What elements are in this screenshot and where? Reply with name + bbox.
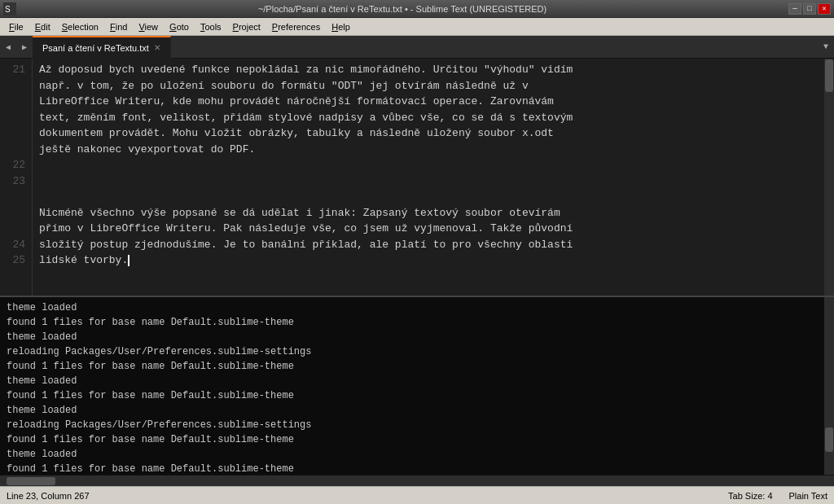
line-number [7,189,25,205]
console-scrollbar[interactable] [824,297,834,475]
tab-item[interactable]: Psaní a čtení v ReTextu.txt ✕ [33,36,171,59]
code-line: dokumentem provádět. Mohu vložit obrázky… [39,125,818,142]
tab-label: Psaní a čtení v ReTextu.txt [42,43,149,53]
line-number [7,94,25,110]
line-number: 25 [7,252,25,269]
menu-help[interactable]: Help [326,20,356,33]
horizontal-scrollbar[interactable] [0,475,834,486]
console-scrollbar-thumb[interactable] [825,427,833,452]
code-line: složitý postup zjednodušíme. Je to banál… [39,237,818,253]
menu-edit[interactable]: Edit [29,20,56,33]
menu-view[interactable]: View [133,20,164,33]
code-line: ještě nakonec vyexportovat do PDF. [39,142,818,158]
line-number: 23 [7,173,25,190]
line-number: 24 [7,237,25,253]
code-line: přímo v LibreOffice Writeru. Pak následu… [39,221,818,237]
menu-bar: File Edit Selection Find View Goto Tools… [0,18,834,36]
editor-main: 21 22 23 24 25 Až doposud bych uvedené f… [0,59,834,486]
horiz-scrollbar-thumb[interactable] [7,477,55,485]
line-number: 22 [7,157,25,173]
line-number [7,125,25,142]
code-line [39,173,818,190]
title-bar: S ~/Plocha/Psaní a čtení v ReTextu.txt •… [0,0,834,18]
line-number [7,110,25,126]
menu-preferences[interactable]: Preferences [266,20,326,33]
code-line: Až doposud bych uvedené funkce nepokláda… [39,62,818,78]
line-numbers: 21 22 23 24 25 [0,59,33,296]
code-line: text, změním font, velikost, přidám styl… [39,110,818,126]
vertical-scrollbar[interactable] [824,59,834,296]
minimize-button[interactable]: — [788,3,801,15]
menu-find[interactable]: Find [104,20,133,33]
scrollbar-thumb[interactable] [825,59,833,92]
menu-selection[interactable]: Selection [56,20,104,33]
tab-bar: ◀ ▶ Psaní a čtení v ReTextu.txt ✕ ▼ [0,36,834,59]
editor-content[interactable]: 21 22 23 24 25 Až doposud bych uvedené f… [0,59,834,296]
console-line: found 1 files for base name Default.subl… [7,388,827,403]
console-line: theme loaded [7,403,827,418]
console-line: found 1 files for base name Default.subl… [7,462,827,475]
console-panel: theme loaded found 1 files for base name… [0,296,834,475]
code-line: lidské tvorby. [39,252,818,269]
svg-text:S: S [5,5,11,14]
console-line: theme loaded [7,300,827,315]
menu-tools[interactable]: Tools [195,20,227,33]
menu-project[interactable]: Project [227,20,266,33]
status-bar: Line 23, Column 267 Tab Size: 4 Plain Te… [0,486,834,504]
code-line: Nicméně všechno výše popsané se dá uděla… [39,205,818,221]
window-title: ~/Plocha/Psaní a čtení v ReTextu.txt • -… [16,4,788,14]
app-icon: S [3,2,16,15]
menu-file[interactable]: File [3,20,29,33]
window-controls: — □ ✕ [788,3,831,15]
status-syntax[interactable]: Plain Text [789,491,828,501]
console-line: found 1 files for base name Default.subl… [7,315,827,330]
code-line: LibreOffice Writeru, kde mohu provádět n… [39,94,818,110]
line-number [7,142,25,158]
code-area[interactable]: Až doposud bych uvedené funkce nepokláda… [33,59,824,296]
maximize-button[interactable]: □ [803,3,816,15]
console-line: found 1 files for base name Default.subl… [7,359,827,374]
menu-goto[interactable]: Goto [164,20,195,33]
console-line: theme loaded [7,330,827,344]
line-number [7,78,25,94]
tab-dropdown[interactable]: ▼ [818,36,834,59]
line-number [7,221,25,237]
tab-nav-right[interactable]: ▶ [16,36,33,59]
line-number: 21 [7,62,25,78]
console-line: reloading Packages/User/Preferences.subl… [7,418,827,432]
console-line: reloading Packages/User/Preferences.subl… [7,344,827,359]
tab-close-button[interactable]: ✕ [154,43,160,52]
tab-nav-left[interactable]: ◀ [0,36,16,59]
status-position: Line 23, Column 267 [7,491,728,501]
code-line [39,284,818,296]
status-tab-size[interactable]: Tab Size: 4 [728,491,772,501]
console-line: found 1 files for base name Default.subl… [7,432,827,447]
console-line: theme loaded [7,447,827,462]
code-line: např. v tom, že po uložení souboru do fo… [39,78,818,94]
console-line: theme loaded [7,374,827,388]
line-number [7,205,25,221]
close-button[interactable]: ✕ [818,3,831,15]
